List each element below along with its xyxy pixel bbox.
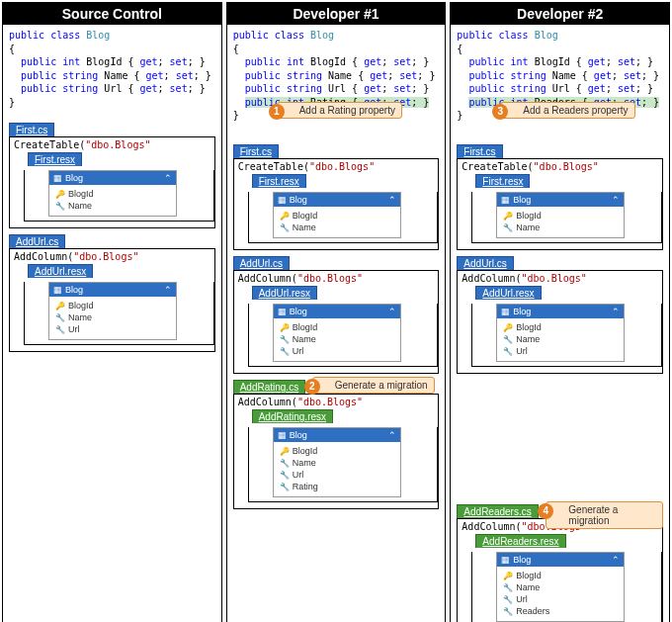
chevron-up-icon: ⌃ bbox=[612, 195, 620, 205]
filebox-first-resx: Blog⌃ BlogId Name bbox=[471, 192, 662, 243]
filebox-addrating-cs: AddColumn("dbo.Blogs" AddRating.resx Blo… bbox=[233, 394, 440, 509]
filebox-addurl-cs: AddColumn("dbo.Blogs" AddUrl.resx Blog⌃ … bbox=[233, 270, 440, 374]
callout-4: 4 Generate a migration bbox=[546, 501, 663, 529]
column-header: Developer #1 bbox=[227, 3, 446, 25]
file-tab-addrating-resx: AddRating.resx bbox=[252, 409, 333, 423]
filebox-addurl-cs: AddColumn("dbo.Blogs" AddUrl.resx Blog⌃ … bbox=[9, 248, 215, 352]
schema-table: Blog⌃ BlogId Name Url Rating bbox=[273, 427, 401, 497]
column-icon: Name bbox=[280, 333, 394, 345]
chevron-up-icon: ⌃ bbox=[388, 307, 396, 316]
filebox-addurl-resx: Blog⌃ BlogId Name Url bbox=[24, 282, 214, 345]
file-tab-addurl-resx: AddUrl.resx bbox=[28, 264, 93, 278]
column-header: Developer #2 bbox=[451, 3, 669, 25]
filebox-first-cs: CreateTable("dbo.Blogs" First.resx Blog⌃… bbox=[233, 158, 440, 250]
chevron-up-icon: ⌃ bbox=[612, 555, 620, 565]
column-icon: Name bbox=[280, 222, 394, 233]
table-icon: Blog bbox=[278, 430, 307, 440]
column-icon: Rating bbox=[280, 481, 394, 492]
column-icon: Name bbox=[55, 200, 170, 212]
column-icon: Name bbox=[503, 222, 618, 233]
column-icon: Url bbox=[503, 593, 618, 605]
callout-text: Add a Readers property bbox=[523, 105, 628, 116]
filebox-addurl-resx: Blog⌃ BlogId Name Url bbox=[248, 304, 439, 367]
chevron-up-icon: ⌃ bbox=[388, 430, 396, 440]
file-tab-addurl-resx: AddUrl.resx bbox=[475, 286, 541, 300]
key-icon: BlogId bbox=[503, 321, 618, 333]
file-tab-addreaders-resx: AddReaders.resx bbox=[475, 534, 565, 548]
filebox-addreaders-resx: Blog⌃ BlogId Name Url Readers bbox=[471, 552, 662, 623]
file-tab-addurl-cs: AddUrl.cs bbox=[233, 256, 290, 270]
callout-badge: 1 bbox=[269, 104, 285, 120]
file-tab-first-resx: First.resx bbox=[252, 174, 306, 188]
schema-table: Blog⌃ BlogId Name Url bbox=[48, 282, 177, 340]
schema-table: Blog⌃ BlogId Name bbox=[496, 192, 625, 238]
table-icon: Blog bbox=[501, 195, 531, 205]
schema-table: Blog⌃ BlogId Name Url Readers bbox=[496, 552, 625, 622]
chevron-up-icon: ⌃ bbox=[612, 307, 620, 316]
file-tab-first-cs: First.cs bbox=[233, 144, 279, 158]
callout-text: Generate a migration bbox=[568, 504, 618, 526]
chevron-up-icon: ⌃ bbox=[164, 285, 172, 295]
column-header: Source Control bbox=[3, 3, 221, 25]
file-tab-addurl-resx: AddUrl.resx bbox=[252, 286, 317, 300]
column-icon: Url bbox=[280, 345, 394, 357]
column-icon: Name bbox=[503, 581, 618, 593]
key-icon: BlogId bbox=[280, 321, 394, 333]
file-tab-addurl-cs: AddUrl.cs bbox=[9, 234, 65, 248]
callout-1: 1 Add a Rating property bbox=[277, 102, 402, 119]
filebox-addrating-resx: Blog⌃ BlogId Name Url Rating bbox=[248, 427, 439, 502]
file-tab-first-resx: First.resx bbox=[28, 152, 82, 166]
column-icon: Url bbox=[55, 323, 170, 335]
callout-text: Add a Rating property bbox=[299, 105, 395, 116]
callout-text: Generate a migration bbox=[335, 380, 428, 391]
key-icon: BlogId bbox=[280, 445, 394, 457]
column-developer-2: Developer #2 public class Blog { public … bbox=[450, 2, 670, 622]
callout-badge: 4 bbox=[538, 503, 553, 519]
schema-table: Blog⌃ BlogId Name bbox=[273, 192, 401, 238]
table-icon: Blog bbox=[278, 195, 307, 205]
table-icon: Blog bbox=[501, 307, 531, 316]
callout-3: 3 Add a Readers property bbox=[500, 102, 634, 119]
column-icon: Name bbox=[503, 333, 618, 345]
column-icon: Url bbox=[503, 345, 618, 357]
table-icon: Blog bbox=[278, 307, 307, 316]
schema-table: Blog⌃ BlogId Name bbox=[48, 170, 177, 217]
key-icon: BlogId bbox=[280, 210, 394, 222]
column-developer-1: Developer #1 public class Blog { public … bbox=[226, 2, 447, 622]
filebox-first-resx: Blog⌃ BlogId Name bbox=[248, 192, 439, 243]
chevron-up-icon: ⌃ bbox=[388, 195, 396, 205]
filebox-first-cs: CreateTable("dbo.Blogs" First.resx Blog⌃… bbox=[457, 158, 663, 250]
filebox-first-cs: CreateTable("dbo.Blogs" First.resx Blog⌃… bbox=[9, 136, 215, 228]
table-icon: Blog bbox=[53, 173, 83, 183]
filebox-addreaders-cs: AddColumn("dbo.Blogs" AddReaders.resx Bl… bbox=[457, 518, 663, 623]
filebox-addurl-resx: Blog⌃ BlogId Name Url bbox=[471, 304, 662, 367]
callout-badge: 2 bbox=[304, 379, 320, 395]
key-icon: BlogId bbox=[55, 300, 170, 311]
filebox-first-resx: Blog⌃ BlogId Name bbox=[24, 170, 214, 222]
table-icon: Blog bbox=[53, 285, 83, 295]
callout-badge: 3 bbox=[492, 104, 508, 120]
chevron-up-icon: ⌃ bbox=[164, 173, 172, 183]
file-tab-first-resx: First.resx bbox=[475, 174, 530, 188]
table-icon: Blog bbox=[501, 555, 531, 565]
key-icon: BlogId bbox=[503, 570, 618, 581]
code-block: public class Blog { public int BlogId { … bbox=[3, 25, 221, 117]
column-icon: Name bbox=[280, 457, 394, 469]
column-icon: Readers bbox=[503, 605, 618, 617]
column-icon: Url bbox=[280, 469, 394, 481]
key-icon: BlogId bbox=[503, 210, 618, 222]
filebox-addurl-cs: AddColumn("dbo.Blogs" AddUrl.resx Blog⌃ … bbox=[457, 270, 663, 374]
file-tab-addreaders-cs: AddReaders.cs bbox=[457, 504, 538, 518]
file-tab-first-cs: First.cs bbox=[9, 123, 54, 136]
schema-table: Blog⌃ BlogId Name Url bbox=[273, 304, 401, 362]
callout-2: 2 Generate a migration bbox=[312, 377, 435, 394]
file-tab-addrating-cs: AddRating.cs bbox=[233, 380, 305, 394]
column-source-control: Source Control public class Blog { publi… bbox=[2, 2, 222, 622]
column-icon: Name bbox=[55, 311, 170, 323]
file-tab-addurl-cs: AddUrl.cs bbox=[457, 256, 513, 270]
schema-table: Blog⌃ BlogId Name Url bbox=[496, 304, 625, 362]
file-tab-first-cs: First.cs bbox=[457, 144, 502, 158]
key-icon: BlogId bbox=[55, 188, 170, 200]
